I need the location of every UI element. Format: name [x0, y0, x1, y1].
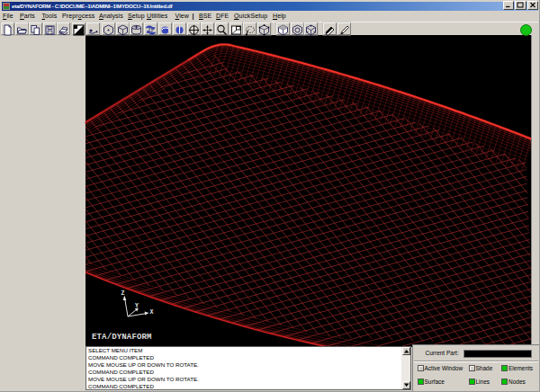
svg-text:Z: Z	[122, 290, 125, 297]
svg-text:X: X	[150, 309, 154, 316]
svg-text:Y: Y	[135, 303, 139, 309]
